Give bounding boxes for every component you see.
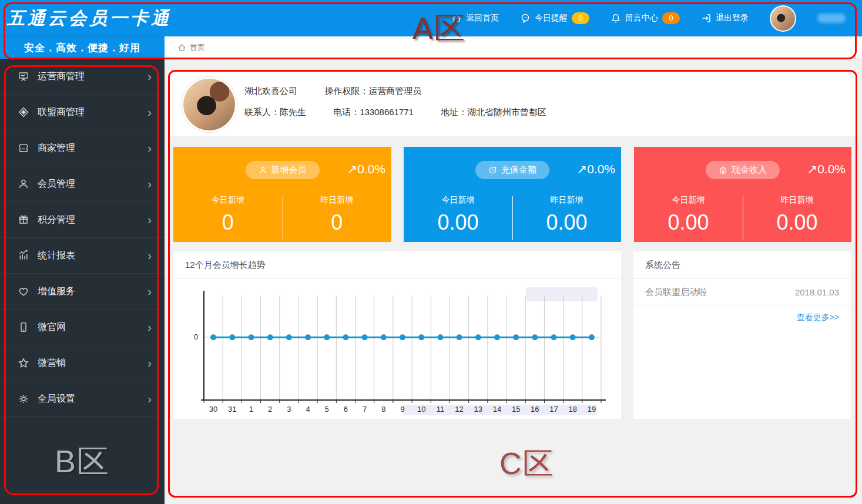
sidebar-item-alliance-management[interactable]: 联盟商管理 › bbox=[0, 95, 165, 130]
member-add-icon bbox=[259, 166, 267, 174]
address: 地址：湖北省随州市曾都区 bbox=[441, 107, 546, 117]
member-growth-chart-card: 12个月会员增长趋势 30311234567891011121314151617… bbox=[173, 251, 621, 419]
svg-text:8: 8 bbox=[381, 405, 385, 414]
chevron-right-icon: › bbox=[147, 393, 152, 405]
svg-text:0: 0 bbox=[194, 332, 198, 341]
sidebar-item-merchant-management[interactable]: 商家管理 › bbox=[0, 130, 165, 166]
growth-arrow-icon: ↗ bbox=[807, 162, 818, 176]
nav-today-reminder[interactable]: 今日提醒 0 bbox=[520, 12, 589, 24]
svg-text:6: 6 bbox=[344, 405, 348, 414]
nav-logout[interactable]: 退出登录 bbox=[701, 13, 749, 23]
svg-text:16: 16 bbox=[531, 405, 539, 414]
today-label: 今日新增 bbox=[634, 195, 743, 206]
sidebar-item-member-management[interactable]: 会员管理 › bbox=[0, 166, 165, 202]
nav-return-home-label: 返回首页 bbox=[466, 13, 499, 23]
svg-text:7: 7 bbox=[363, 405, 367, 414]
svg-text:18: 18 bbox=[568, 405, 576, 414]
view-more-link[interactable]: 查看更多>> bbox=[633, 305, 851, 323]
member-person-icon bbox=[18, 178, 29, 190]
recharge-clock-icon bbox=[488, 166, 497, 174]
svg-text:14: 14 bbox=[493, 405, 501, 414]
chevron-right-icon: › bbox=[147, 70, 152, 82]
reminder-count-badge: 0 bbox=[572, 12, 589, 24]
svg-text:19: 19 bbox=[588, 405, 596, 414]
micro-site-phone-icon bbox=[18, 321, 29, 333]
stat-pill-cash-income: 现金收入 bbox=[706, 161, 780, 179]
nav-logout-label: 退出登录 bbox=[716, 13, 749, 23]
announcement-item[interactable]: 会员联盟启动啦 2018.01.03 bbox=[633, 279, 851, 305]
stat-title: 现金收入 bbox=[732, 164, 767, 176]
nav-message-center-label: 留言中心 bbox=[625, 13, 658, 23]
top-header: 五通云会员一卡通 返回首页 bbox=[0, 0, 862, 36]
app-logo: 五通云会员一卡通 bbox=[7, 0, 172, 36]
sidebar-item-label: 全局设置 bbox=[38, 393, 75, 405]
phone-number: 电话：13308661771 bbox=[333, 107, 414, 117]
sidebar-item-label: 统计报表 bbox=[38, 250, 75, 262]
operator-board-icon bbox=[18, 70, 29, 82]
permission-label: 操作权限：运营商管理员 bbox=[324, 86, 421, 96]
chevron-right-icon: › bbox=[147, 250, 152, 261]
sidebar-item-label: 商家管理 bbox=[38, 142, 75, 154]
sidebar-item-value-added-service[interactable]: 增值服务 › bbox=[0, 274, 165, 310]
user-avatar[interactable] bbox=[770, 5, 796, 32]
sidebar-item-operator-management[interactable]: 运营商管理 › bbox=[0, 59, 165, 95]
svg-text:9: 9 bbox=[400, 405, 404, 414]
sidebar-item-statistics-report[interactable]: 统计报表 › bbox=[0, 238, 165, 274]
sidebar-item-label: 积分管理 bbox=[38, 214, 75, 226]
chart-area: 3031123456789101112131415161718190 bbox=[173, 279, 621, 424]
sidebar-item-label: 微营销 bbox=[38, 357, 66, 369]
today-label: 今日新增 bbox=[173, 195, 283, 206]
growth-arrow-icon: ↗ bbox=[577, 162, 588, 176]
svg-text:13: 13 bbox=[474, 405, 482, 414]
yesterday-label: 昨日新增 bbox=[283, 195, 392, 206]
chevron-right-icon: › bbox=[147, 178, 152, 190]
zone-c-annotation-label: C区 bbox=[499, 443, 555, 485]
sidebar-item-global-settings[interactable]: 全局设置 › bbox=[0, 381, 165, 417]
sidebar-item-points-management[interactable]: 积分管理 › bbox=[0, 202, 165, 238]
announcement-title: 系统公告 bbox=[633, 251, 851, 279]
sidebar-item-label: 增值服务 bbox=[38, 285, 75, 298]
growth-arrow-icon: ↗ bbox=[347, 162, 358, 176]
nav-today-reminder-label: 今日提醒 bbox=[535, 13, 568, 23]
company-name: 湖北欢喜公司 bbox=[244, 86, 297, 96]
profile-avatar bbox=[181, 76, 237, 133]
sidebar-item-label: 运营商管理 bbox=[38, 70, 85, 83]
breadcrumb-home-label[interactable]: 首页 bbox=[190, 42, 205, 53]
cash-income-icon bbox=[719, 166, 727, 174]
stats-chart-icon bbox=[18, 250, 29, 261]
nav-return-home[interactable]: 返回首页 bbox=[451, 13, 499, 23]
comment-bubble-icon bbox=[520, 13, 531, 23]
stat-card-cash-income: 现金收入 ↗0.0% 今日新增 0.00 昨日新增 0.00 bbox=[634, 147, 851, 242]
logout-icon bbox=[701, 13, 712, 23]
message-count-badge: 0 bbox=[662, 12, 680, 24]
sidebar-item-label: 微官网 bbox=[38, 321, 66, 334]
member-growth-line-chart: 3031123456789101112131415161718190 bbox=[179, 287, 608, 424]
breadcrumb-home-icon bbox=[177, 43, 186, 52]
nav-message-center[interactable]: 留言中心 0 bbox=[611, 12, 680, 24]
points-gift-icon bbox=[18, 214, 29, 226]
main-content: 湖北欢喜公司 操作权限：运营商管理员 联系人：陈先生 电话：1330866177… bbox=[165, 59, 862, 504]
svg-text:31: 31 bbox=[228, 405, 236, 414]
yesterday-label: 昨日新增 bbox=[512, 195, 621, 206]
home-icon bbox=[451, 13, 462, 23]
yesterday-value: 0.00 bbox=[512, 210, 621, 235]
sidebar-item-micro-site[interactable]: 微官网 › bbox=[0, 310, 165, 345]
zone-b-annotation-label: B区 bbox=[0, 441, 165, 483]
sidebar-item-micro-marketing[interactable]: 微营销 › bbox=[0, 345, 165, 381]
stat-pill-recharge: 充值金额 bbox=[475, 161, 549, 179]
chevron-right-icon: › bbox=[147, 321, 152, 333]
chevron-right-icon: › bbox=[147, 214, 152, 226]
announcement-text: 会员联盟启动啦 bbox=[645, 287, 707, 298]
chevron-right-icon: › bbox=[147, 142, 152, 154]
announcement-date: 2018.01.03 bbox=[795, 287, 839, 297]
merchant-shop-icon bbox=[18, 142, 29, 154]
brand-tagline: 安全．高效．便捷．好用 bbox=[0, 36, 165, 59]
profile-info: 湖北欢喜公司 操作权限：运营商管理员 联系人：陈先生 电话：1330866177… bbox=[244, 86, 571, 128]
chevron-right-icon: › bbox=[147, 357, 152, 369]
sidebar-item-label: 会员管理 bbox=[38, 178, 75, 190]
stat-title: 充值金额 bbox=[501, 164, 536, 176]
bell-icon bbox=[611, 13, 621, 23]
system-announcement-card: 系统公告 会员联盟启动啦 2018.01.03 查看更多>> bbox=[633, 251, 851, 419]
chevron-right-icon: › bbox=[147, 285, 152, 297]
stat-card-recharge-amount: 充值金额 ↗0.0% 今日新增 0.00 昨日新增 0.00 bbox=[404, 147, 621, 242]
